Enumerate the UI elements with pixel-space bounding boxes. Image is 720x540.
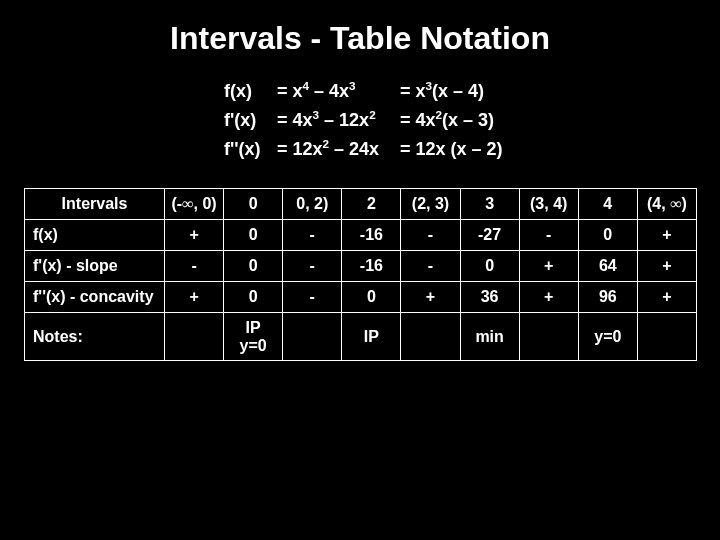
col-7: 4 bbox=[578, 189, 637, 220]
eq-f-lhs: f(x) bbox=[224, 81, 272, 102]
notes-cell: y=0 bbox=[578, 313, 637, 361]
table-row: f''(x) - concavity + 0 - 0 + 36 + 96 + bbox=[25, 282, 697, 313]
cell: 0 bbox=[460, 251, 519, 282]
equation-f: f(x) = x4 – 4x3 = x3(x – 4) bbox=[224, 81, 696, 102]
notes-cell bbox=[519, 313, 578, 361]
cell: - bbox=[401, 251, 460, 282]
cell: + bbox=[637, 251, 696, 282]
row-f-label: f(x) bbox=[25, 220, 165, 251]
equation-fdoubleprime: f''(x) = 12x2 – 24x = 12x (x – 2) bbox=[224, 139, 696, 160]
cell: + bbox=[401, 282, 460, 313]
notes-cell bbox=[283, 313, 342, 361]
intervals-table: Intervals (-∞, 0) 0 0, 2) 2 (2, 3) 3 (3,… bbox=[24, 188, 697, 361]
notes-cell: IP bbox=[342, 313, 401, 361]
eq-fp-lhs: f'(x) bbox=[224, 110, 272, 131]
notes-cell: IP y=0 bbox=[224, 313, 283, 361]
cell: -16 bbox=[342, 220, 401, 251]
col-5: 3 bbox=[460, 189, 519, 220]
cell: 0 bbox=[224, 282, 283, 313]
header-intervals: Intervals bbox=[25, 189, 165, 220]
cell: + bbox=[637, 282, 696, 313]
cell: - bbox=[165, 251, 224, 282]
cell: + bbox=[165, 220, 224, 251]
cell: + bbox=[637, 220, 696, 251]
cell: - bbox=[283, 220, 342, 251]
cell: 96 bbox=[578, 282, 637, 313]
equation-fprime: f'(x) = 4x3 – 12x2 = 4x2(x – 3) bbox=[224, 110, 696, 131]
notes-cell bbox=[165, 313, 224, 361]
table-header-row: Intervals (-∞, 0) 0 0, 2) 2 (2, 3) 3 (3,… bbox=[25, 189, 697, 220]
col-3: 2 bbox=[342, 189, 401, 220]
slide-title: Intervals - Table Notation bbox=[24, 20, 696, 57]
cell: 0 bbox=[224, 220, 283, 251]
cell: 0 bbox=[342, 282, 401, 313]
row-fpp-label: f''(x) - concavity bbox=[25, 282, 165, 313]
row-fp-label: f'(x) - slope bbox=[25, 251, 165, 282]
col-2: 0, 2) bbox=[283, 189, 342, 220]
cell: + bbox=[519, 251, 578, 282]
col-1: 0 bbox=[224, 189, 283, 220]
row-notes-label: Notes: bbox=[25, 313, 165, 361]
cell: 0 bbox=[224, 251, 283, 282]
table-row: f'(x) - slope - 0 - -16 - 0 + 64 + bbox=[25, 251, 697, 282]
notes-cell bbox=[637, 313, 696, 361]
eq-fpp-lhs: f''(x) bbox=[224, 139, 272, 160]
cell: - bbox=[283, 282, 342, 313]
table-row: f(x) + 0 - -16 - -27 - 0 + bbox=[25, 220, 697, 251]
cell: - bbox=[283, 251, 342, 282]
cell: -27 bbox=[460, 220, 519, 251]
cell: 0 bbox=[578, 220, 637, 251]
cell: -16 bbox=[342, 251, 401, 282]
col-0: (-∞, 0) bbox=[165, 189, 224, 220]
cell: - bbox=[401, 220, 460, 251]
cell: + bbox=[165, 282, 224, 313]
col-8: (4, ∞) bbox=[637, 189, 696, 220]
eq-fp-rhs: = 4x2(x – 3) bbox=[400, 110, 494, 131]
table-row-notes: Notes: IP y=0 IP min y=0 bbox=[25, 313, 697, 361]
notes-cell: min bbox=[460, 313, 519, 361]
cell: 36 bbox=[460, 282, 519, 313]
eq-f-mid: = x4 – 4x3 bbox=[277, 81, 395, 102]
equations-block: f(x) = x4 – 4x3 = x3(x – 4) f'(x) = 4x3 … bbox=[224, 81, 696, 160]
eq-fp-mid: = 4x3 – 12x2 bbox=[277, 110, 395, 131]
eq-fpp-mid: = 12x2 – 24x bbox=[277, 139, 395, 160]
col-4: (2, 3) bbox=[401, 189, 460, 220]
cell: + bbox=[519, 282, 578, 313]
col-6: (3, 4) bbox=[519, 189, 578, 220]
cell: 64 bbox=[578, 251, 637, 282]
eq-fpp-rhs: = 12x (x – 2) bbox=[400, 139, 503, 160]
notes-cell bbox=[401, 313, 460, 361]
eq-f-rhs: = x3(x – 4) bbox=[400, 81, 484, 102]
cell: - bbox=[519, 220, 578, 251]
